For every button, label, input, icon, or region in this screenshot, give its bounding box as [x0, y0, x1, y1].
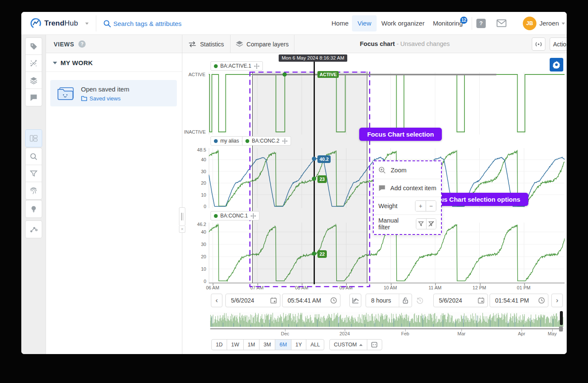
timeline-position-marker[interactable] [560, 311, 563, 325]
nav-item-view[interactable]: View [352, 15, 377, 31]
duration-field[interactable]: 8 hours [366, 294, 412, 307]
chevron-left-icon: ‹ [211, 296, 222, 305]
trend-curves-icon [352, 297, 359, 304]
weight-decrease-button[interactable]: − [426, 201, 436, 211]
y-tick: 0 [185, 204, 206, 209]
fingerprint-icon[interactable] [26, 182, 42, 199]
x-tick-label: 07 AM [246, 285, 268, 290]
menu-item-add-context-item[interactable]: Add context item [374, 179, 441, 197]
gear-icon [553, 61, 560, 69]
timeline-month-label: Dec [275, 331, 295, 336]
user-avatar[interactable]: JB [523, 17, 536, 30]
brand-caret-icon[interactable] [85, 23, 89, 25]
custom-range-calendar-button[interactable] [367, 340, 382, 350]
views-panel-title: VIEWS [54, 41, 74, 48]
zoom-in-icon [378, 166, 386, 174]
layers-icon[interactable] [26, 72, 42, 89]
saved-card-title: Open saved item [81, 86, 129, 93]
x-axis-tick [480, 283, 481, 286]
actions-button[interactable]: Actions [550, 37, 567, 51]
y-tick: 30 [185, 169, 206, 174]
compare-layers-button[interactable]: Compare layers [230, 35, 294, 53]
nav-item-home[interactable]: Home [331, 12, 349, 35]
nav-item-work-organizer[interactable]: Work organizer [381, 12, 424, 35]
digital-y-label-active: ACTIVE [184, 72, 205, 77]
open-saved-item-card[interactable]: Open saved item Saved views [50, 80, 177, 106]
x-axis-tick [257, 283, 258, 286]
recommendations-bulb-icon[interactable] [26, 200, 42, 217]
cursor-time-tooltip: Mon 6 May 2024 8:16:32 AM [279, 54, 347, 62]
timeline-overview-strip[interactable] [210, 312, 563, 327]
view-title: Focus chart - Unsaved changes [294, 35, 516, 53]
cursor-badge-active: ACTIVE [317, 71, 339, 78]
chart-settings-button[interactable] [550, 58, 563, 71]
mail-icon[interactable] [496, 19, 507, 28]
splitter-close-button[interactable]: × [179, 226, 185, 233]
zoom-preset-6m[interactable]: 6M [275, 340, 291, 350]
user-menu-caret-icon[interactable] [562, 23, 565, 25]
weight-increase-button[interactable]: + [415, 201, 426, 211]
saved-views-link[interactable]: Saved views [81, 95, 121, 102]
legend-chip-ba-conc-2[interactable]: BA:CONC.2 [242, 136, 291, 146]
step-forward-button[interactable]: › [551, 294, 563, 307]
x-tick-label: 11 AM [424, 285, 446, 290]
end-date-field[interactable]: 5/6/2024 [433, 294, 488, 307]
search-input[interactable] [113, 17, 297, 29]
end-time-field[interactable]: 01:54:41 PM [490, 294, 548, 307]
move-handle-icon[interactable] [251, 213, 256, 219]
views-help-icon[interactable]: ? [78, 40, 86, 48]
folder-illustration-icon [56, 84, 77, 102]
live-mode-button[interactable] [532, 37, 545, 51]
comments-icon[interactable] [26, 89, 42, 106]
digital-chart-plot[interactable] [209, 71, 565, 135]
focus-chart-selection-label: Focus Chart selection [359, 128, 442, 141]
tag-icon[interactable] [26, 38, 42, 55]
filter-remove-button[interactable] [426, 219, 436, 229]
x-tick-label: 06 AM [202, 285, 224, 290]
machine-learning-icon[interactable] [26, 221, 42, 238]
menu-item-zoom[interactable]: Zoom [374, 161, 441, 179]
nav-item-monitoring[interactable]: Monitoring [433, 12, 463, 35]
help-button[interactable]: ? [476, 19, 486, 28]
similar-values-icon[interactable] [26, 55, 42, 72]
y-tick: 10 [185, 266, 206, 272]
views-layout-icon[interactable] [26, 130, 42, 147]
filter-icon[interactable] [26, 165, 42, 182]
live-broadcast-icon [535, 41, 542, 47]
search-tool-icon[interactable] [26, 148, 42, 165]
my-work-section[interactable]: MY WORK [46, 53, 182, 72]
splitter-grip[interactable] [179, 207, 185, 226]
my-work-label: MY WORK [61, 59, 93, 66]
zoom-preset-1m[interactable]: 1M [244, 340, 259, 350]
zoom-preset-1w[interactable]: 1W [227, 340, 244, 350]
start-date-field[interactable]: 5/6/2024 [225, 294, 280, 307]
legend-chip-ba-conc-1[interactable]: BA:CONC.1 [210, 211, 259, 220]
x-axis-tick [213, 283, 213, 286]
collapse-caret-icon[interactable] [53, 62, 57, 64]
chart-display-mode-button[interactable] [349, 294, 361, 307]
step-back-button[interactable]: ‹ [211, 294, 222, 307]
move-handle-icon[interactable] [282, 138, 288, 144]
zoom-preset-all[interactable]: ALL [306, 340, 324, 350]
chart-cursor-line[interactable] [314, 62, 315, 284]
y-tick: 40 [185, 229, 206, 234]
statistics-icon [188, 41, 196, 48]
filter-add-button[interactable] [416, 219, 426, 229]
top-navigation: TrendHub Home View Work organizer Monito… [21, 12, 567, 35]
history-icon [416, 297, 424, 304]
custom-range-button[interactable]: CUSTOM [330, 340, 367, 350]
timeline-scrubber-track[interactable] [210, 328, 563, 329]
start-time-field[interactable]: 05:54:41 AM [282, 294, 340, 307]
monitoring-count-badge: 12 [460, 17, 467, 24]
move-handle-icon[interactable] [254, 63, 259, 69]
legend-chip-ba-active-1[interactable]: BA:ACTIVE.1 [210, 61, 263, 71]
user-name[interactable]: Jeroen [539, 20, 559, 27]
zoom-preset-3m[interactable]: 3M [259, 340, 275, 350]
statistics-button[interactable]: Statistics [182, 35, 230, 53]
y-tick: 20 [185, 254, 206, 259]
clock-icon [538, 297, 545, 304]
zoom-preset-1y[interactable]: 1Y [291, 340, 306, 350]
custom-range-group: CUSTOM [329, 339, 382, 350]
zoom-preset-1d[interactable]: 1D [212, 340, 227, 350]
x-axis-tick [524, 283, 525, 286]
